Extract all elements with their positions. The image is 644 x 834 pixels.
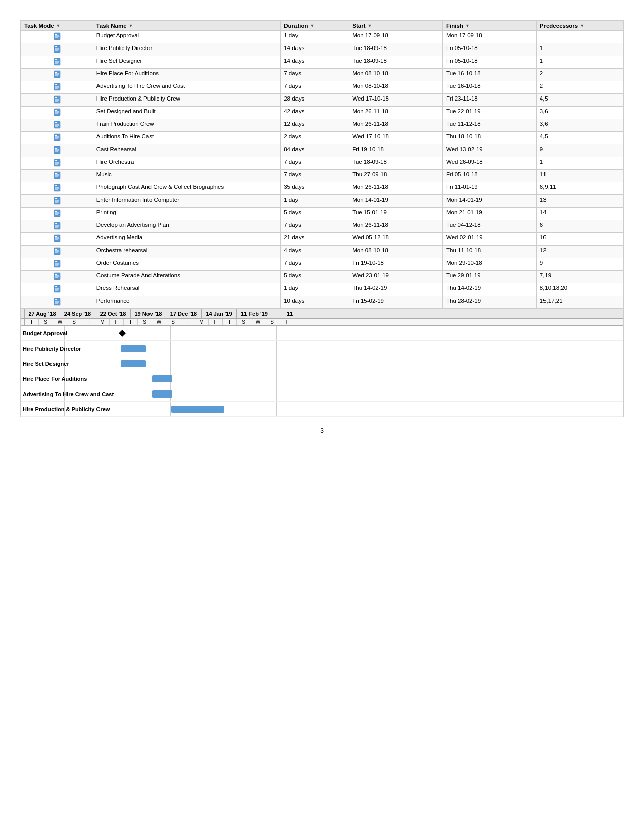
col-header-finish[interactable]: Finish ▼ — [443, 21, 537, 31]
col-header-duration[interactable]: Duration ▼ — [281, 21, 349, 31]
svg-rect-85 — [54, 248, 60, 255]
task-name-cell: Cast Rehearsal — [93, 144, 281, 157]
task-duration-cell: 7 days — [281, 69, 349, 81]
task-duration-cell: 5 days — [281, 271, 349, 283]
task-duration-cell: 35 days — [281, 182, 349, 195]
table-row: Cast Rehearsal84 daysFri 19-10-18Wed 13-… — [21, 144, 623, 157]
gantt-task-row: Hire Production & Publicity Crew — [21, 402, 623, 417]
svg-rect-21 — [55, 84, 57, 85]
task-name-cell: Hire Publicity Director — [93, 43, 281, 56]
task-predecessors-cell: 12 — [536, 246, 623, 258]
col-header-predecessors[interactable]: Predecessors ▼ — [536, 21, 623, 31]
table-row: Order Costumes7 daysFri 19-10-18Mon 29-1… — [21, 258, 623, 271]
task-predecessors-cell: 1 — [536, 43, 623, 56]
svg-rect-55 — [54, 172, 60, 179]
gantt-day-T6: T — [279, 319, 293, 325]
task-predecessors-cell: 13 — [536, 195, 623, 208]
gantt-day-header: T S W S T M F T S W S T M F T S W S T — [21, 319, 623, 326]
svg-rect-100 — [54, 285, 60, 292]
task-finish-cell: Thu 14-02-19 — [443, 283, 537, 296]
col-header-task-name-label: Task Name — [96, 23, 127, 29]
gantt-grid-line — [276, 402, 277, 416]
task-name-cell: Set Designed and Built — [93, 107, 281, 119]
task-mode-icon — [53, 171, 61, 179]
gantt-task-row: Hire Publicity Director — [21, 341, 623, 356]
task-mode-icon — [53, 45, 61, 53]
gantt-grid-line — [206, 341, 206, 356]
task-name-cell: Orchestra rehearsal — [93, 246, 281, 258]
gantt-bar — [152, 390, 172, 398]
table-row: Train Production Crew12 daysMon 26-11-18… — [21, 119, 623, 132]
gantt-grid-line — [206, 326, 206, 340]
gantt-task-label: Hire Production & Publicity Crew — [23, 406, 110, 412]
gantt-task-label: Hire Publicity Director — [23, 346, 81, 352]
task-duration-cell: 7 days — [281, 157, 349, 170]
task-mode-icon — [53, 121, 61, 129]
task-mode-cell — [21, 283, 93, 296]
task-start-cell: Mon 17-09-18 — [349, 31, 443, 43]
gantt-task-row: Hire Set Designer — [21, 356, 623, 371]
task-mode-icon — [53, 32, 61, 40]
table-row: Budget Approval1 dayMon 17-09-18Mon 17-0… — [21, 31, 623, 43]
task-mode-cell — [21, 107, 93, 119]
task-name-cell: Dress Rehearsal — [93, 283, 281, 296]
gantt-table: Task Mode ▼ Task Name ▼ Duration ▼ — [20, 20, 624, 309]
task-predecessors-cell: 9 — [536, 144, 623, 157]
task-duration-cell: 7 days — [281, 170, 349, 182]
task-mode-icon — [53, 70, 61, 78]
gantt-grid-line — [241, 326, 241, 340]
task-name-cell: Advertising Media — [93, 233, 281, 246]
gantt-week-1: 27 Aug '18 — [25, 309, 60, 318]
task-start-cell: Fri 19-10-18 — [349, 144, 443, 157]
task-start-cell: Mon 26-11-18 — [349, 220, 443, 233]
col-header-task-mode-label: Task Mode — [24, 23, 54, 29]
task-mode-icon — [53, 222, 61, 230]
task-start-cell: Fri 15-02-19 — [349, 296, 443, 309]
gantt-day-T2: T — [81, 319, 95, 325]
task-name-cell: Music — [93, 170, 281, 182]
task-start-cell: Wed 17-10-18 — [349, 94, 443, 107]
gantt-grid-line — [276, 386, 277, 401]
svg-rect-60 — [54, 184, 60, 191]
task-name-cell: Performance — [93, 296, 281, 309]
table-row: Hire Set Designer14 daysTue 18-09-18Fri … — [21, 56, 623, 69]
task-name-cell: Costume Parade And Alterations — [93, 271, 281, 283]
svg-rect-26 — [55, 97, 57, 98]
task-finish-cell: Tue 04-12-18 — [443, 220, 537, 233]
gantt-grid-line — [241, 371, 241, 386]
task-name-cell: Hire Place For Auditions — [93, 69, 281, 81]
task-finish-cell: Thu 11-10-18 — [443, 246, 537, 258]
task-mode-icon — [53, 95, 61, 104]
task-predecessors-cell: 8,10,18,20 — [536, 283, 623, 296]
task-start-cell: Mon 08-10-18 — [349, 81, 443, 94]
gantt-day-W3: W — [251, 319, 265, 325]
table-row: Performance10 daysFri 15-02-19Thu 28-02-… — [21, 296, 623, 309]
task-finish-cell: Tue 16-10-18 — [443, 69, 537, 81]
gantt-grid-line — [276, 341, 277, 356]
gantt-day-W1: W — [53, 319, 67, 325]
task-mode-icon — [53, 298, 61, 306]
svg-rect-10 — [54, 58, 60, 65]
task-finish-cell: Fri 05-10-18 — [443, 170, 537, 182]
task-mode-icon — [53, 83, 61, 91]
gantt-grid-line — [100, 356, 100, 371]
task-mode-icon — [53, 58, 61, 66]
task-duration-cell: 14 days — [281, 56, 349, 69]
task-duration-cell: 14 days — [281, 43, 349, 56]
gantt-grid-line — [276, 326, 277, 340]
task-mode-cell — [21, 296, 93, 309]
gantt-task-row: Advertising To Hire Crew and Cast — [21, 386, 623, 402]
gantt-grid-line — [276, 371, 277, 386]
col-header-start[interactable]: Start ▼ — [349, 21, 443, 31]
task-finish-cell: Tue 11-12-18 — [443, 119, 537, 132]
task-predecessors-cell: 6,9,11 — [536, 182, 623, 195]
col-header-task-name[interactable]: Task Name ▼ — [93, 21, 281, 31]
svg-rect-45 — [54, 146, 60, 154]
svg-rect-11 — [55, 59, 57, 60]
task-finish-cell: Thu 18-10-18 — [443, 132, 537, 144]
gantt-grid-line — [206, 356, 206, 371]
task-mode-cell — [21, 31, 93, 43]
gantt-week-2: 24 Sep '18 — [60, 309, 95, 318]
col-header-task-mode[interactable]: Task Mode ▼ — [21, 21, 93, 31]
task-mode-icon — [53, 159, 61, 167]
